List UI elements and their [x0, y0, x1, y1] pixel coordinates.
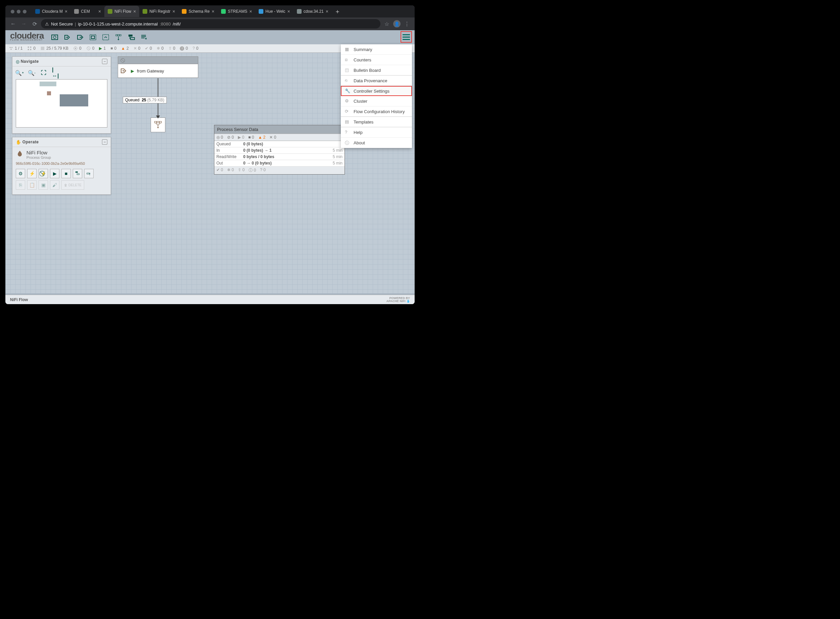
window-controls — [8, 10, 29, 13]
remote-process-group-tool[interactable] — [99, 31, 112, 43]
stop-button[interactable]: ■ — [61, 169, 71, 178]
browser-tab[interactable]: Cloudera M× — [32, 6, 71, 17]
svg-rect-20 — [76, 172, 78, 173]
svg-point-10 — [10, 47, 11, 48]
navigate-panel: ◎ Navigate− 🔍+ 🔍- ⛶ |↔| — [12, 57, 111, 134]
table-row: In0 (0 bytes) → 15 min — [214, 147, 345, 154]
copy-button: ⎘ — [16, 180, 25, 190]
output-port-tool[interactable] — [74, 31, 87, 43]
processor-tool[interactable] — [48, 31, 61, 43]
flow-name: NiFi Flow — [27, 150, 51, 155]
menu-item-about[interactable]: ⓘAbout — [341, 138, 412, 148]
delete-button: 🗑 DELETE — [61, 180, 84, 190]
close-tab-icon[interactable]: × — [172, 9, 175, 14]
fit-button[interactable]: ⛶ — [40, 69, 47, 76]
browser-tab[interactable]: NiFi Flow× — [104, 6, 139, 17]
close-tab-icon[interactable]: × — [98, 9, 101, 14]
table-row: Read/Write0 bytes / 0 bytes5 min — [214, 154, 345, 160]
cloudera-logo: cloudera FLOW MANAGEMENT — [5, 33, 48, 42]
menu-item-help[interactable]: ?Help — [341, 127, 412, 138]
forward-button[interactable]: → — [19, 19, 28, 28]
svg-rect-26 — [157, 121, 159, 123]
zoom-in-button[interactable]: 🔍+ — [16, 69, 23, 76]
table-row: Queued0 (0 bytes) — [214, 141, 345, 147]
birdseye-map[interactable] — [16, 79, 107, 127]
svg-rect-1 — [90, 34, 96, 40]
process-group-title: Process Sensor Data — [214, 125, 345, 134]
minimize-button[interactable]: − — [102, 59, 107, 64]
close-tab-icon[interactable]: × — [288, 9, 290, 14]
security-label: Not Secure — [51, 21, 73, 27]
browser-tab[interactable]: CEM× — [71, 6, 104, 17]
zoom-out-button[interactable]: 🔍- — [28, 69, 35, 76]
svg-rect-25 — [160, 121, 162, 123]
warning-count: ▲2 — [121, 46, 129, 51]
browser-tab[interactable]: Hue - Welc× — [255, 6, 293, 17]
bookmark-icon[interactable]: ☆ — [382, 19, 391, 28]
running-count: ▶1 — [99, 46, 106, 51]
svg-rect-21 — [77, 173, 79, 175]
back-button[interactable]: ← — [9, 19, 18, 28]
browser-tab[interactable]: NiFi Registr× — [139, 6, 179, 17]
port-name: from Gateway — [137, 69, 164, 73]
operate-panel: ✋ Operate− NiFi FlowProcess Group 966c59… — [12, 137, 111, 195]
connection-queue[interactable]: Queued 25 (5.79 KB) — [123, 97, 167, 103]
global-menu-button[interactable] — [401, 31, 412, 43]
browser-tabstrip: Cloudera M×CEM×NiFi Flow×NiFi Registr×Sc… — [5, 5, 415, 18]
close-tab-icon[interactable]: × — [249, 9, 252, 14]
close-tab-icon[interactable]: × — [65, 9, 67, 14]
start-button[interactable]: ▶ — [50, 169, 60, 178]
disable-button[interactable]: ⚡⃠ — [39, 169, 48, 178]
table-row: Out0 → 0 (0 bytes)5 min — [214, 160, 345, 166]
upload-template-button[interactable] — [84, 169, 94, 178]
input-port[interactable]: ▶ from Gateway — [118, 57, 198, 78]
browser-tab[interactable]: cdsw.34.21× — [294, 6, 332, 17]
svg-rect-2 — [91, 36, 95, 39]
breadcrumb[interactable]: NiFi Flow — [10, 298, 28, 302]
minimize-button[interactable]: − — [102, 139, 107, 145]
address-bar[interactable]: ⚠ Not Secure | ip-10-0-1-125.us-west-2.c… — [41, 19, 380, 28]
menu-item-flow-configuration-history[interactable]: ⟳Flow Configuration History — [341, 106, 412, 117]
browser-tab[interactable]: STREAMS× — [218, 6, 255, 17]
menu-item-data-provenance[interactable]: ⎋Data Provenance — [341, 76, 412, 86]
create-template-button[interactable] — [73, 169, 82, 178]
new-tab-button[interactable]: ＋ — [332, 7, 343, 15]
svg-rect-6 — [119, 34, 121, 36]
process-group-tool[interactable] — [87, 31, 99, 43]
browser-tab[interactable]: Schema Re× — [179, 6, 218, 17]
profile-icon[interactable]: 👤 — [393, 20, 401, 27]
nifi-drop-icon — [16, 150, 24, 158]
menu-item-controller-settings[interactable]: 🔧Controller Settings — [341, 86, 412, 96]
close-tab-icon[interactable]: × — [212, 9, 214, 14]
flow-uuid: 966c59f6-016c-1000-0b2a-2e0e9b89a450 — [16, 161, 107, 166]
menu-item-bulletin-board[interactable]: ◫Bulletin Board — [341, 65, 412, 76]
enable-button[interactable]: ⚡ — [27, 169, 37, 178]
actual-size-button[interactable]: |↔| — [52, 69, 60, 76]
app-header: cloudera FLOW MANAGEMENT — [5, 30, 415, 44]
close-tab-icon[interactable]: × — [133, 9, 136, 14]
menu-item-summary[interactable]: ▦Summary — [341, 44, 412, 55]
menu-item-counters[interactable]: ⧈Counters — [341, 55, 412, 65]
input-port-tool[interactable] — [61, 31, 74, 43]
process-group-status: ◎ 0 ⊘ 0 ▶ 0 ■ 0 ▲ 2 ✕ 0 — [214, 134, 345, 141]
menu-item-cluster[interactable]: ⚙Cluster — [341, 96, 412, 106]
reload-button[interactable]: ⟳ — [30, 19, 39, 28]
funnel-processor[interactable] — [151, 118, 166, 132]
color-button: 🖌 — [50, 180, 60, 190]
label-tool[interactable] — [137, 31, 150, 43]
browser-menu-icon[interactable]: ⋮ — [403, 19, 411, 28]
process-group[interactable]: Process Sensor Data ◎ 0 ⊘ 0 ▶ 0 ■ 0 ▲ 2 … — [214, 125, 345, 175]
menu-item-templates[interactable]: ▤Templates — [341, 117, 412, 127]
funnel-tool[interactable] — [112, 31, 125, 43]
configure-button[interactable]: ⚙ — [16, 169, 25, 178]
svg-point-18 — [75, 48, 76, 49]
svg-rect-22 — [87, 173, 89, 174]
svg-rect-7 — [118, 34, 119, 36]
svg-rect-8 — [128, 34, 133, 37]
template-tool[interactable] — [125, 31, 137, 43]
group-button: ▣ — [39, 180, 48, 190]
close-tab-icon[interactable]: × — [326, 9, 328, 14]
hand-icon: ✋ — [16, 140, 21, 145]
paste-button: 📋 — [27, 180, 37, 190]
svg-point-11 — [11, 47, 13, 48]
